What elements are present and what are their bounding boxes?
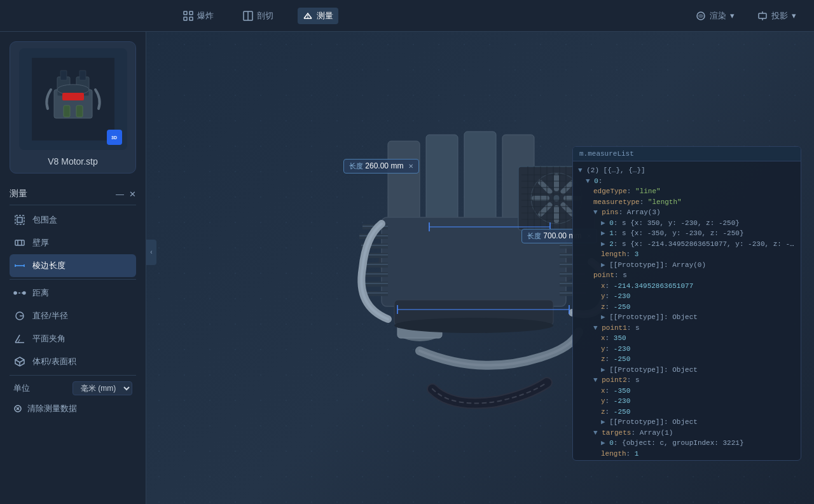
- svg-rect-2: [184, 17, 187, 20]
- svg-rect-48: [464, 132, 496, 224]
- measure-close-icon[interactable]: ✕: [129, 189, 136, 199]
- svg-rect-9: [759, 13, 766, 18]
- file-name: V8 Motor.stp: [48, 156, 98, 167]
- viewport[interactable]: 长度 260.00 mm ✕ 长度 700.00 mm ✕ m.measureL…: [146, 32, 814, 504]
- debug-line-10: point: s: [578, 270, 796, 281]
- measure-panel-title: 测量: [10, 188, 27, 200]
- debug-line-0: ▼ (2) [{…}, {…}]: [578, 165, 796, 176]
- measure-item-distance[interactable]: 距离: [10, 282, 136, 304]
- debug-header: m.measureList: [573, 147, 801, 161]
- debug-line-22: y: -230: [578, 396, 796, 407]
- svg-rect-19: [62, 93, 84, 100]
- debug-line-20: ▼ point2: s: [578, 375, 796, 386]
- toolbar-left: 爆炸 剖切 测量: [13, 8, 338, 24]
- debug-line-8: length: 3: [578, 249, 796, 260]
- svg-point-34: [23, 292, 25, 294]
- measure-item-bbox[interactable]: 包围盒: [10, 208, 136, 231]
- toolbar-explode[interactable]: 爆炸: [178, 8, 219, 24]
- file-preview: 3D: [19, 48, 127, 150]
- debug-line-25: ▼ targets: Array(1): [578, 428, 796, 439]
- debug-line-24: ▶ [[Prototype]]: Object: [578, 417, 796, 428]
- debug-line-2: edgeType: "line": [578, 186, 796, 197]
- measure-item-angle[interactable]: 平面夹角: [10, 327, 136, 350]
- measure-item-edge[interactable]: 棱边长度: [10, 254, 136, 277]
- svg-line-39: [15, 360, 20, 362]
- unit-select[interactable]: 毫米 (mm) 厘米 (cm) 米 (m) 英寸 (in): [72, 381, 132, 395]
- svg-point-33: [14, 292, 17, 294]
- svg-point-118: [394, 318, 553, 333]
- debug-line-27: length: 1: [578, 449, 796, 460]
- svg-rect-1: [190, 11, 193, 15]
- toolbar-measure[interactable]: 测量: [298, 8, 338, 24]
- measure-divider: [10, 279, 136, 280]
- top-toolbar: 爆炸 剖切 测量 渲染 ▾: [0, 0, 814, 32]
- debug-line-6: ▶ 1: s {x: -350, y: -230, z: -250}: [578, 228, 796, 239]
- debug-line-16: x: 350: [578, 333, 796, 344]
- unit-row: 单位 毫米 (mm) 厘米 (cm) 米 (m) 英寸 (in): [10, 378, 136, 399]
- debug-line-9: ▶ [[Prototype]]: Array(0): [578, 260, 796, 271]
- debug-line-5: ▶ 0: s {x: 350, y: -230, z: -250}: [578, 218, 796, 229]
- debug-line-11: x: -214.34952863651077: [578, 281, 796, 292]
- label-close-1[interactable]: ✕: [408, 163, 413, 170]
- measure-panel-header: 测量 — ✕: [10, 183, 136, 205]
- svg-rect-3: [190, 17, 193, 20]
- svg-rect-21: [76, 106, 83, 117]
- svg-rect-16: [60, 71, 67, 80]
- measurement-label-260: 长度 260.00 mm ✕: [343, 159, 419, 174]
- debug-line-1: ▼ 0:: [578, 176, 796, 187]
- measure-minimize-icon[interactable]: —: [116, 189, 124, 199]
- toolbar-render[interactable]: 渲染 ▾: [691, 8, 740, 24]
- svg-text:3D: 3D: [111, 135, 117, 140]
- measure-item-volume[interactable]: 体积/表面积: [10, 350, 136, 373]
- debug-line-13: z: -250: [578, 302, 796, 313]
- measure-header-controls: — ✕: [116, 189, 136, 199]
- measure-panel: 测量 — ✕ 包围盒 壁厚: [10, 183, 136, 504]
- collapse-panel-arrow[interactable]: ‹: [146, 240, 156, 265]
- clear-measurements[interactable]: 清除测量数据: [10, 399, 136, 418]
- file-card: 3D V8 Motor.stp: [10, 41, 136, 174]
- toolbar-project[interactable]: 投影 ▾: [752, 8, 801, 24]
- svg-rect-46: [388, 141, 420, 224]
- debug-line-3: measuretype: "length": [578, 197, 796, 208]
- debug-line-18: z: -250: [578, 354, 796, 365]
- clear-icon: [13, 404, 22, 413]
- measure-item-wall[interactable]: 壁厚: [10, 231, 136, 254]
- toolbar-right: 渲染 ▾ 投影 ▾: [691, 8, 801, 24]
- svg-rect-25: [17, 217, 22, 222]
- svg-rect-17: [79, 71, 86, 80]
- file-badge: 3D: [107, 130, 122, 145]
- file-thumbnail: [32, 58, 114, 140]
- debug-line-17: y: -230: [578, 344, 796, 355]
- svg-line-40: [20, 360, 24, 362]
- debug-line-21: x: -350: [578, 386, 796, 397]
- measure-item-radius[interactable]: 直径/半径: [10, 304, 136, 327]
- svg-rect-20: [64, 106, 70, 117]
- left-panel: 3D V8 Motor.stp 测量 — ✕ 包围盒: [0, 32, 146, 504]
- measure-unit-divider: [10, 375, 136, 376]
- debug-line-4: ▼ pins: Array(3): [578, 207, 796, 218]
- debug-line-26: ▶ 0: {object: c, groupIndex: 3221}: [578, 438, 796, 449]
- debug-line-14: ▶ [[Prototype]]: Object: [578, 312, 796, 323]
- debug-content[interactable]: ▼ (2) [{…}, {…}] ▼ 0: edgeType: "line" m…: [573, 161, 801, 460]
- svg-rect-47: [426, 135, 458, 224]
- debug-line-7: ▶ 2: s {x: -214.34952863651077, y: -230,…: [578, 239, 796, 250]
- debug-line-23: z: -250: [578, 407, 796, 418]
- svg-rect-26: [15, 240, 24, 245]
- debug-line-12: y: -230: [578, 291, 796, 302]
- debug-line-15: ▼ point1: s: [578, 323, 796, 334]
- debug-line-28: ▶ [[Prototype]]: Array(0): [578, 459, 796, 460]
- svg-rect-0: [184, 11, 187, 15]
- debug-panel: m.measureList ▼ (2) [{…}, {…}] ▼ 0: edge…: [572, 146, 801, 461]
- debug-line-19: ▶ [[Prototype]]: Object: [578, 365, 796, 376]
- toolbar-cut[interactable]: 剖切: [238, 8, 279, 24]
